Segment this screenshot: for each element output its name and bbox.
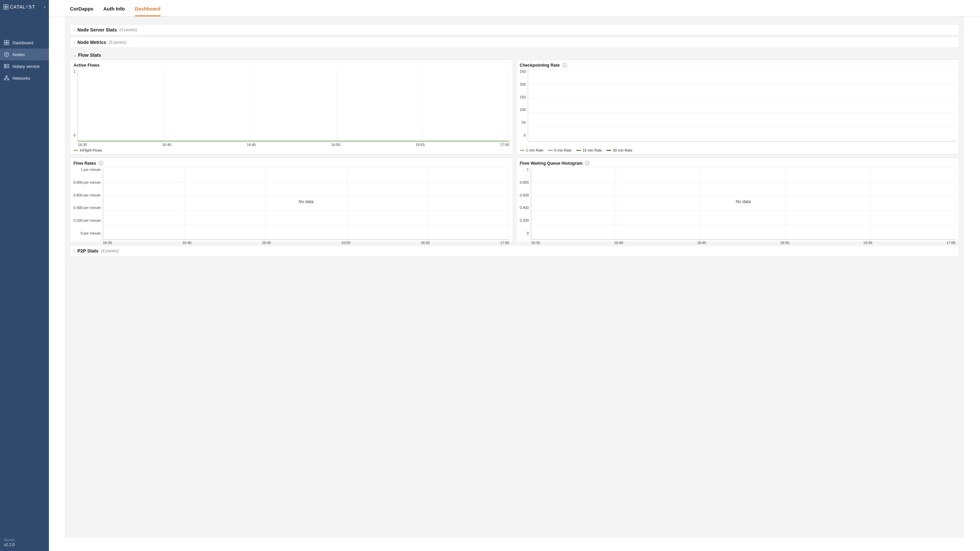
y-axis: 250 200 150 100 50 0: [520, 70, 528, 142]
y-tick: 1 per minute: [80, 168, 100, 171]
x-tick: 16:50: [780, 241, 789, 245]
chart-active-flows: Active Flows 1 0 16:35 16:40 16:45: [70, 60, 513, 154]
network-icon: [4, 75, 9, 81]
legend-label: 5 min Rate: [554, 148, 572, 152]
svg-rect-12: [6, 76, 7, 77]
legend-item[interactable]: 1 min Rate: [520, 148, 544, 152]
row-flow-stats[interactable]: ⌄ Flow Stats: [70, 49, 959, 60]
sidebar-item-dashboard[interactable]: Dashboard: [0, 37, 49, 49]
row-p2p-stats[interactable]: › P2P Stats (4 panels): [70, 245, 959, 256]
x-tick: 16:55: [416, 143, 425, 147]
svg-point-11: [5, 67, 5, 67]
data-line: [78, 141, 509, 141]
chevron-down-icon: ⌄: [73, 53, 76, 57]
flow-stats-charts: Active Flows 1 0 16:35 16:40 16:45: [70, 60, 959, 242]
row-title: Node Metrics: [78, 40, 107, 45]
tab-dashboard[interactable]: Dashboard: [135, 6, 161, 16]
tab-auth-info[interactable]: Auth Info: [103, 6, 125, 16]
tab-cordapps[interactable]: CorDapps: [70, 6, 94, 16]
sidebar-item-label: Notary service: [13, 64, 40, 69]
row-count: (4 panels): [101, 249, 118, 253]
y-axis: 1 0: [73, 70, 78, 142]
legend-swatch: [576, 150, 581, 151]
svg-rect-1: [6, 5, 8, 6]
y-tick: 1: [73, 70, 75, 73]
svg-rect-14: [8, 79, 9, 80]
y-tick: 0.800 per minute: [73, 180, 101, 184]
legend-item[interactable]: 30 min Rate: [606, 148, 632, 152]
row-title: Flow Stats: [78, 52, 101, 58]
row-count: (3 panels): [119, 27, 137, 32]
plot-area[interactable]: 1 0 16:35 16:40 16:45 16:50 16:55 17:00: [73, 70, 509, 142]
row-title: P2P Stats: [78, 248, 99, 254]
x-tick: 16:55: [421, 241, 430, 245]
y-tick: 0: [527, 231, 529, 235]
y-tick: 0.800: [520, 180, 529, 184]
y-tick: 200: [520, 82, 526, 86]
legend-item[interactable]: 15 min Rate: [576, 148, 602, 152]
legend-swatch: [548, 150, 553, 151]
x-tick: 16:45: [247, 143, 256, 147]
y-tick: 250: [520, 70, 526, 73]
nodata-label: No data: [531, 199, 955, 204]
legend-label: 30 min Rate: [613, 148, 632, 152]
dashboard-icon: [4, 40, 9, 45]
nodata-label: No data: [103, 199, 509, 204]
legend-item[interactable]: 5 min Rate: [548, 148, 572, 152]
x-axis: 16:35 16:40 16:45 16:50 16:55 17:00: [531, 241, 955, 245]
x-tick: 16:35: [103, 241, 112, 245]
svg-rect-4: [4, 40, 6, 42]
sidebar-item-networks[interactable]: Networks: [0, 72, 49, 84]
main: CorDapps Auth Info Dashboard › Node Serv…: [49, 0, 980, 551]
svg-rect-0: [3, 5, 6, 6]
row-node-metrics[interactable]: › Node Metrics (5 panels): [70, 37, 959, 48]
version-label: Version: [4, 538, 45, 542]
row-count: (5 panels): [109, 40, 126, 44]
sidebar-item-nodes[interactable]: Nodes: [0, 49, 49, 60]
sidebar-item-notary-service[interactable]: Notary service: [0, 60, 49, 72]
x-tick: 16:40: [162, 143, 171, 147]
x-axis: 16:35 16:40 16:45 16:50 16:55 17:00: [78, 143, 509, 147]
info-icon[interactable]: i: [99, 161, 103, 165]
y-tick: 1: [527, 168, 529, 171]
chart-title: Active Flows: [73, 63, 99, 68]
chart-title: Flow Waiting Queue Histogram: [520, 161, 583, 166]
y-axis: 1 0.800 0.600 0.400 0.200 0: [520, 168, 531, 240]
svg-rect-2: [3, 7, 6, 9]
x-tick: 16:35: [78, 143, 87, 147]
x-tick: 17:00: [500, 143, 509, 147]
legend-item[interactable]: InFlight Flows: [73, 148, 102, 152]
chart-flow-waiting-queue: Flow Waiting Queue Histogram i 1 0.800 0…: [516, 158, 959, 242]
sidebar-collapse-button[interactable]: ‹: [44, 4, 46, 10]
plot-area[interactable]: 1 per minute 0.800 per minute 0.600 per …: [73, 168, 509, 240]
sidebar-header: CATALYST ‹: [0, 0, 49, 14]
y-tick: 0: [73, 133, 75, 137]
legend-label: 1 min Rate: [526, 148, 544, 152]
tab-bar: CorDapps Auth Info Dashboard: [49, 0, 980, 16]
cube-icon: [4, 52, 9, 57]
svg-rect-13: [4, 79, 6, 80]
x-tick: 16:35: [531, 241, 540, 245]
y-tick: 0 per minute: [80, 231, 100, 235]
plot-area[interactable]: 250 200 150 100 50 0: [520, 70, 956, 142]
chart-title: Flow Rates: [73, 161, 96, 166]
dashboard-content: › Node Server Stats (3 panels) › Node Me…: [65, 16, 964, 538]
x-axis: 16:35 16:40 16:45 16:50 16:55 17:00: [103, 241, 509, 245]
y-tick: 150: [520, 95, 526, 99]
plot-area[interactable]: 1 0.800 0.600 0.400 0.200 0 No data 16:3…: [520, 168, 956, 240]
chevron-right-icon: ›: [73, 249, 75, 253]
svg-rect-6: [4, 43, 6, 45]
row-node-server-stats[interactable]: › Node Server Stats (3 panels): [70, 24, 959, 35]
info-icon[interactable]: i: [585, 161, 589, 165]
info-icon[interactable]: i: [563, 63, 567, 67]
legend-label: InFlight Flows: [80, 148, 102, 152]
y-tick: 50: [522, 121, 526, 124]
x-tick: 16:40: [183, 241, 192, 245]
y-tick: 0.200: [520, 218, 529, 222]
x-tick: 16:45: [697, 241, 706, 245]
server-icon: [4, 64, 9, 69]
legend-label: 15 min Rate: [582, 148, 602, 152]
legend-swatch: [606, 150, 611, 151]
y-tick: 0.600: [520, 193, 529, 197]
x-tick: 16:50: [341, 241, 350, 245]
